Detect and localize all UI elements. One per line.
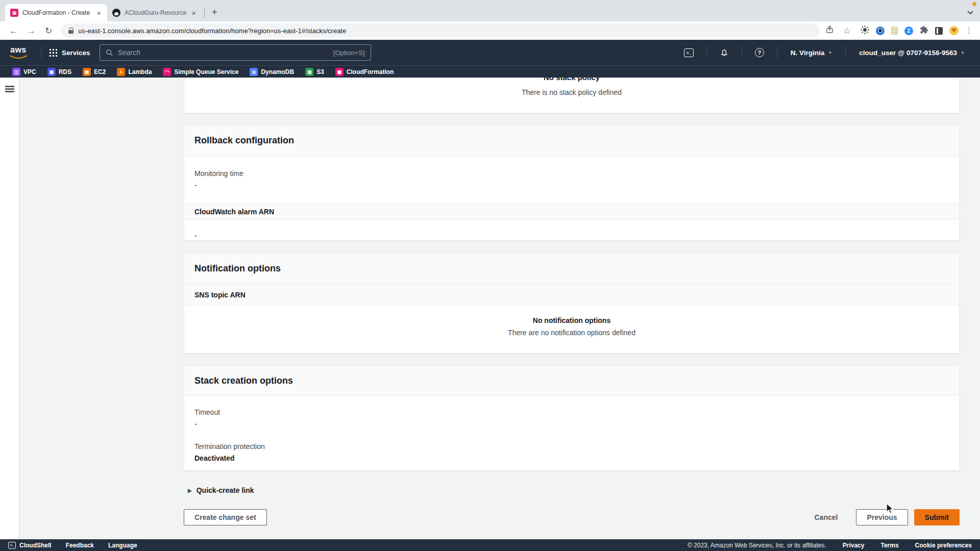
search-icon — [106, 49, 113, 57]
stack-policy-empty-title: No stack policy — [184, 78, 959, 82]
nav-separator — [706, 46, 707, 59]
bookmark-star-icon[interactable]: ☆ — [840, 27, 854, 35]
services-grid-icon — [50, 49, 57, 57]
favorite-lambda[interactable]: λLambda — [111, 68, 157, 76]
nav-separator — [742, 46, 742, 59]
search-shortcut-hint: [Option+S] — [333, 49, 365, 57]
extension-gear-icon[interactable] — [861, 26, 869, 36]
nav-separator — [777, 46, 777, 59]
favorite-cloudformation[interactable]: ▦CloudFormation — [330, 68, 400, 76]
monitoring-time-value: - — [194, 181, 949, 189]
cloudshell-terminal-icon[interactable]: >_ — [677, 48, 700, 57]
github-favicon-icon — [112, 9, 120, 17]
extension-split-screen-icon[interactable] — [935, 27, 943, 35]
stack-policy-section: No stack policy There is no stack policy… — [184, 78, 960, 113]
cookie-preferences-link[interactable]: Cookie preferences — [915, 542, 972, 549]
rds-icon: ▤ — [47, 68, 56, 76]
favorite-sqs[interactable]: ◠Simple Queue Service — [157, 68, 244, 76]
extension-adguard-icon[interactable] — [876, 27, 885, 35]
sqs-icon: ◠ — [163, 68, 171, 76]
quick-create-link-label: Quick-create link — [197, 486, 254, 494]
monitoring-time-label: Monitoring time — [194, 169, 949, 178]
cloudwatch-alarm-arn-label: CloudWatch alarm ARN — [184, 203, 959, 220]
left-sidebar — [0, 78, 19, 539]
previous-button[interactable]: Previous — [856, 509, 908, 525]
termination-protection-value: Deactivated — [194, 454, 949, 462]
action-buttons-row: Create change set Cancel Previous Submit — [184, 509, 960, 525]
favorite-ec2[interactable]: ▣EC2 — [77, 68, 111, 76]
rollback-configuration-section: Rollback configuration Monitoring time -… — [184, 125, 960, 241]
sns-topic-arn-label: SNS topic ARN — [184, 284, 959, 306]
copyright-text: © 2023, Amazon Web Services, Inc. or its… — [688, 542, 826, 549]
notification-empty-message: There are no notification options define… — [184, 329, 959, 337]
url-text: us-east-1.console.aws.amazon.com/cloudfo… — [78, 27, 346, 35]
reload-icon[interactable]: ↻ — [42, 27, 55, 35]
forward-icon[interactable]: → — [24, 27, 39, 35]
region-selector[interactable]: N. Virginia ▼ — [783, 49, 839, 57]
section-title: Notification options — [194, 263, 281, 274]
new-tab-button[interactable]: + — [207, 7, 223, 18]
create-change-set-button[interactable]: Create change set — [184, 509, 267, 525]
tab-cloudformation[interactable]: ▦ CloudFormation - Create Stack × — [5, 4, 107, 21]
dynamodb-icon: ◎ — [250, 68, 258, 76]
vpc-icon: ◫ — [12, 68, 20, 76]
timeout-label: Timeout — [194, 408, 949, 416]
submit-button[interactable]: Submit — [914, 509, 960, 525]
url-bar[interactable]: us-east-1.console.aws.amazon.com/cloudfo… — [61, 23, 820, 38]
cancel-button[interactable]: Cancel — [804, 509, 848, 525]
notifications-bell-icon[interactable] — [713, 48, 736, 57]
extension-z-icon[interactable]: Z — [904, 27, 913, 35]
section-title: Stack creation options — [194, 375, 293, 386]
favorite-vpc[interactable]: ◫VPC — [7, 68, 42, 76]
ec2-icon: ▣ — [83, 68, 91, 76]
notification-options-section: Notification options SNS topic ARN No no… — [184, 253, 960, 354]
aws-navbar-right: >_ ? N. Virginia ▼ cloud_user @ 0707-915… — [677, 46, 972, 59]
favorite-s3[interactable]: ▥S3 — [300, 68, 330, 76]
notification-empty-title: No notification options — [184, 316, 959, 324]
browser-menu-icon[interactable]: ⋮ — [965, 26, 973, 35]
expand-triangle-icon: ▶ — [188, 488, 192, 493]
feedback-link[interactable]: Feedback — [66, 542, 94, 549]
extensions-puzzle-icon[interactable] — [920, 26, 928, 36]
favorite-rds[interactable]: ▤RDS — [42, 68, 77, 76]
page-content: No stack policy There is no stack policy… — [0, 78, 980, 539]
termination-protection-label: Termination protection — [194, 442, 949, 450]
back-icon[interactable]: ← — [6, 27, 21, 35]
browser-update-dot — [972, 2, 976, 6]
cloudshell-terminal-icon: >_ — [8, 542, 16, 549]
quick-create-link-toggle[interactable]: ▶ Quick-create link — [188, 486, 254, 494]
cloudformation-favicon-icon: ▦ — [10, 9, 18, 17]
cloudwatch-alarm-arn-value: - — [194, 232, 949, 240]
cloudshell-footer-button[interactable]: >_ CloudShell — [8, 542, 52, 549]
account-menu[interactable]: cloud_user @ 0707-9156-9563 ▼ — [852, 49, 972, 57]
tab-search-chevron-icon[interactable] — [967, 8, 973, 17]
aws-search-input[interactable]: Search [Option+S] — [100, 44, 371, 61]
aws-navbar: aws Services Search [Option+S] >_ ? N. V… — [0, 40, 980, 65]
mouse-cursor — [886, 503, 896, 516]
services-menu-button[interactable]: Services — [47, 49, 92, 57]
help-icon[interactable]: ? — [748, 48, 771, 57]
chevron-down-icon: ▼ — [828, 51, 832, 55]
aws-logo[interactable]: aws — [8, 45, 29, 60]
close-tab-icon[interactable]: × — [95, 9, 102, 17]
extension-fox-icon[interactable] — [949, 26, 959, 35]
terms-link[interactable]: Terms — [880, 542, 898, 549]
tab-title: ACloudGuru-Resources/Cours — [125, 9, 186, 16]
language-link[interactable]: Language — [108, 542, 137, 549]
tab-strip: ▦ CloudFormation - Create Stack × ACloud… — [0, 0, 980, 21]
extension-notes-icon[interactable] — [891, 27, 898, 35]
section-header: Notification options — [184, 253, 959, 284]
cloudformation-icon: ▦ — [335, 68, 344, 76]
privacy-link[interactable]: Privacy — [843, 542, 865, 549]
favorite-dynamodb[interactable]: ◎DynamoDB — [244, 68, 300, 76]
timeout-value: - — [194, 420, 949, 428]
stack-creation-options-section: Stack creation options Timeout - Termina… — [184, 365, 960, 471]
tab-github[interactable]: ACloudGuru-Resources/Cours × — [107, 4, 202, 21]
section-header: Stack creation options — [184, 366, 959, 396]
close-tab-icon[interactable]: × — [190, 9, 197, 17]
nav-separator — [845, 46, 846, 59]
share-icon[interactable] — [826, 26, 834, 36]
hamburger-menu-icon[interactable] — [5, 86, 14, 87]
s3-icon: ▥ — [305, 68, 313, 76]
browser-toolbar: ← → ↻ us-east-1.console.aws.amazon.com/c… — [0, 21, 980, 40]
